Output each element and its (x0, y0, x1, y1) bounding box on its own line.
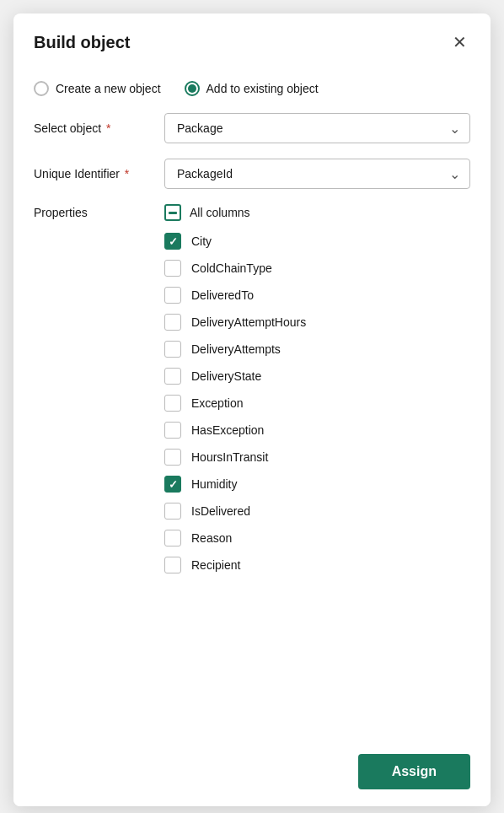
property-recipient: Recipient (34, 557, 470, 573)
properties-section: Properties All columns City ColdChainTyp… (34, 204, 470, 573)
property-city: City (34, 233, 470, 250)
radio-circle-create-new (34, 81, 49, 96)
unique-identifier-row: Unique Identifier * PackageId OrderId Sh… (34, 159, 470, 189)
label-delivery-attempts: DeliveryAttempts (191, 342, 281, 356)
checkbox-humidity[interactable] (164, 476, 181, 493)
radio-add-existing[interactable]: Add to existing object (185, 81, 319, 96)
label-cold-chain-type: ColdChainType (191, 261, 272, 275)
label-city: City (191, 234, 212, 248)
property-exception: Exception (34, 395, 470, 412)
dialog-header: Build object ✕ (13, 13, 491, 67)
all-columns-row: All columns (164, 204, 250, 221)
radio-add-existing-label: Add to existing object (206, 82, 319, 95)
unique-identifier-input[interactable]: PackageId OrderId ShipmentId (164, 159, 470, 189)
checkbox-city[interactable] (164, 233, 181, 250)
property-is-delivered: IsDelivered (34, 503, 470, 520)
label-has-exception: HasException (191, 423, 264, 437)
radio-create-new-label: Create a new object (56, 82, 161, 95)
label-delivered-to: DeliveredTo (191, 288, 254, 302)
radio-circle-add-existing (185, 81, 200, 96)
close-button[interactable]: ✕ (449, 30, 470, 54)
close-icon: ✕ (453, 34, 467, 51)
properties-header: Properties All columns (34, 204, 470, 221)
label-reason: Reason (191, 531, 232, 545)
label-recipient: Recipient (191, 558, 240, 572)
all-columns-label: All columns (190, 206, 250, 219)
unique-identifier-label: Unique Identifier * (34, 167, 164, 180)
label-delivery-state: DeliveryState (191, 369, 261, 383)
checkbox-delivery-state[interactable] (164, 368, 181, 385)
property-hours-in-transit: HoursInTransit (34, 449, 470, 466)
select-object-required: * (103, 121, 110, 135)
dialog-title: Build object (34, 33, 130, 52)
checkbox-delivered-to[interactable] (164, 287, 181, 304)
assign-button[interactable]: Assign (358, 754, 470, 789)
select-object-row: Select object * Package Order Shipment ⌄ (34, 113, 470, 143)
unique-identifier-required: * (121, 167, 129, 180)
checkbox-hours-in-transit[interactable] (164, 449, 181, 466)
checkbox-delivery-attempts[interactable] (164, 341, 181, 358)
build-object-dialog: Build object ✕ Create a new object Add t… (13, 13, 491, 806)
dialog-body: Create a new object Add to existing obje… (13, 67, 491, 740)
label-exception: Exception (191, 396, 243, 410)
label-is-delivered: IsDelivered (191, 504, 250, 518)
property-delivery-state: DeliveryState (34, 368, 470, 385)
label-delivery-attempt-hours: DeliveryAttemptHours (191, 315, 306, 329)
property-reason: Reason (34, 530, 470, 546)
property-delivery-attempts: DeliveryAttempts (34, 341, 470, 358)
checkbox-delivery-attempt-hours[interactable] (164, 314, 181, 331)
checkbox-cold-chain-type[interactable] (164, 260, 181, 277)
property-has-exception: HasException (34, 422, 470, 439)
checkbox-recipient[interactable] (164, 557, 181, 573)
select-object-label: Select object * (34, 121, 164, 135)
checkbox-reason[interactable] (164, 530, 181, 546)
properties-label: Properties (34, 206, 164, 219)
label-humidity: Humidity (191, 477, 237, 491)
radio-create-new[interactable]: Create a new object (34, 81, 161, 96)
label-hours-in-transit: HoursInTransit (191, 450, 268, 464)
property-cold-chain-type: ColdChainType (34, 260, 470, 277)
checkbox-is-delivered[interactable] (164, 503, 181, 520)
dialog-footer: Assign (13, 740, 491, 806)
radio-group: Create a new object Add to existing obje… (34, 67, 470, 113)
checkbox-exception[interactable] (164, 395, 181, 412)
select-object-wrapper: Package Order Shipment ⌄ (164, 113, 470, 143)
all-columns-checkbox[interactable] (164, 204, 181, 221)
unique-identifier-wrapper: PackageId OrderId ShipmentId ⌄ (164, 159, 470, 189)
property-delivery-attempt-hours: DeliveryAttemptHours (34, 314, 470, 331)
property-delivered-to: DeliveredTo (34, 287, 470, 304)
property-humidity: Humidity (34, 476, 470, 493)
checkbox-has-exception[interactable] (164, 422, 181, 439)
select-object-input[interactable]: Package Order Shipment (164, 113, 470, 143)
